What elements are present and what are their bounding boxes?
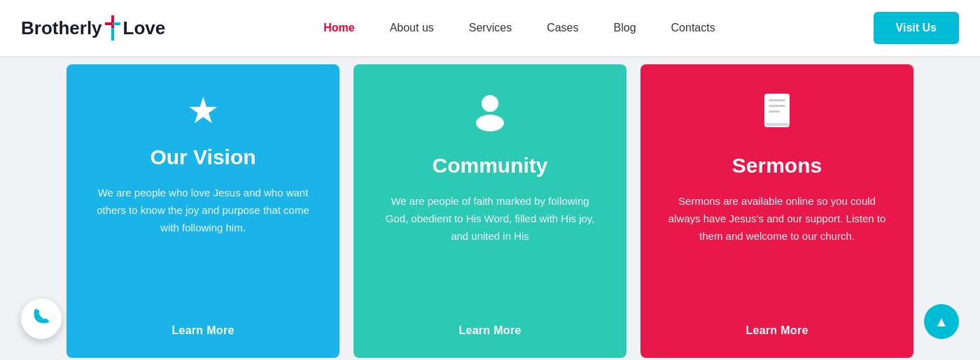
phone-icon xyxy=(32,308,50,330)
nav-link-blog[interactable]: Blog xyxy=(614,22,636,34)
nav-item-contacts[interactable]: Contacts xyxy=(671,22,715,34)
person-icon xyxy=(473,92,507,137)
svg-rect-3 xyxy=(769,99,785,101)
nav-link-cases[interactable]: Cases xyxy=(547,22,578,34)
svg-rect-4 xyxy=(769,105,785,107)
logo-text-part2: Love xyxy=(123,19,166,37)
card-vision: ★ Our Vision We are people who love Jesu… xyxy=(66,64,340,358)
card-vision-title: Our Vision xyxy=(150,145,255,169)
card-vision-learn-more[interactable]: Learn More xyxy=(172,324,234,337)
nav-link-contacts[interactable]: Contacts xyxy=(671,22,715,34)
card-sermons-title: Sermons xyxy=(732,154,822,178)
card-community-text: We are people of faith marked by followi… xyxy=(379,193,601,308)
nav-link-home[interactable]: Home xyxy=(323,22,354,34)
card-community-learn-more[interactable]: Learn More xyxy=(458,324,521,337)
card-sermons-learn-more[interactable]: Learn More xyxy=(746,324,808,337)
card-community-title: Community xyxy=(433,154,548,178)
svg-point-0 xyxy=(482,95,498,112)
nav-item-services[interactable]: Services xyxy=(469,22,512,34)
cards-section: ★ Our Vision We are people who love Jesu… xyxy=(0,56,980,360)
card-community: Community We are people of faith marked … xyxy=(354,64,626,358)
card-sermons-text: Sermons are available online so you coul… xyxy=(666,193,888,308)
svg-rect-6 xyxy=(764,123,790,126)
float-up-button[interactable]: ▲ xyxy=(924,304,959,339)
card-sermons: Sermons Sermons are available online so … xyxy=(640,64,913,358)
nav-link-services[interactable]: Services xyxy=(469,22,512,34)
navbar: Brotherly Love Home About us Services Ca… xyxy=(0,0,980,56)
chevron-up-icon: ▲ xyxy=(934,315,948,329)
logo-text-part1: Brotherly xyxy=(21,19,102,37)
logo[interactable]: Brotherly Love xyxy=(21,15,165,41)
book-icon xyxy=(760,92,794,137)
logo-cross-icon xyxy=(104,15,122,41)
nav-item-home[interactable]: Home xyxy=(323,22,354,34)
nav-link-about[interactable]: About us xyxy=(390,22,434,34)
nav-item-blog[interactable]: Blog xyxy=(614,22,636,34)
visit-us-button[interactable]: Visit Us xyxy=(874,12,959,44)
nav-item-about[interactable]: About us xyxy=(390,22,434,34)
nav-links: Home About us Services Cases Blog Contac… xyxy=(323,22,715,34)
nav-item-cases[interactable]: Cases xyxy=(547,22,578,34)
float-phone-button[interactable] xyxy=(21,298,62,339)
svg-point-1 xyxy=(476,115,504,131)
star-icon: ★ xyxy=(187,92,220,129)
card-vision-text: We are people who love Jesus and who wan… xyxy=(92,185,314,308)
svg-rect-5 xyxy=(769,110,780,113)
